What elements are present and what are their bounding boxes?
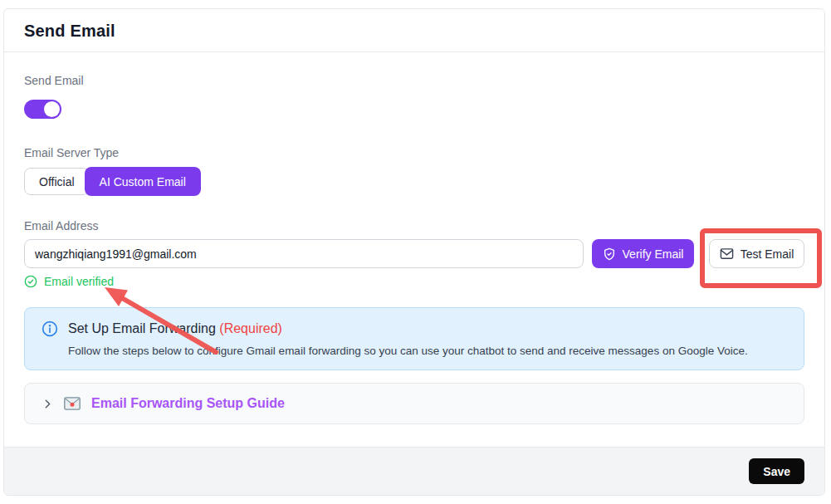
email-forwarding-setup-guide-toggle[interactable]: Email Forwarding Setup Guide (24, 383, 804, 424)
panel-footer: Save (4, 447, 824, 495)
email-forwarding-info-banner: Set Up Email Forwarding (Required) Follo… (24, 307, 804, 370)
send-email-toggle[interactable] (24, 100, 61, 119)
info-banner-description: Follow the steps below to configure Gmai… (68, 345, 787, 357)
email-row: Verify Email Test Email (24, 239, 804, 268)
shield-check-icon (603, 247, 616, 261)
panel-body: Send Email Email Server Type Official AI… (4, 52, 824, 447)
email-address-label: Email Address (24, 219, 804, 232)
server-type-option-ai-custom-email[interactable]: AI Custom Email (85, 167, 201, 196)
email-emoji-icon (64, 397, 81, 410)
send-email-panel: Send Email Send Email Email Server Type … (3, 8, 825, 496)
verify-email-button[interactable]: Verify Email (592, 239, 694, 268)
server-type-option-official[interactable]: Official (24, 168, 90, 195)
toggle-knob (44, 101, 60, 117)
info-banner-title: Set Up Email Forwarding (Required) (68, 321, 282, 336)
check-circle-icon (24, 275, 37, 288)
verify-email-label: Verify Email (623, 247, 684, 261)
email-verified-status: Email verified (24, 275, 804, 288)
info-circle-icon (42, 321, 58, 337)
server-type-segmented-control: Official AI Custom Email (24, 167, 201, 196)
page-title: Send Email (24, 22, 804, 41)
envelope-icon (720, 247, 734, 260)
server-type-label: Email Server Type (24, 146, 804, 159)
setup-guide-title: Email Forwarding Setup Guide (91, 396, 285, 411)
required-tag: (Required) (219, 321, 282, 335)
chevron-right-icon (42, 399, 53, 409)
test-email-button[interactable]: Test Email (709, 239, 804, 268)
email-verified-text: Email verified (44, 275, 114, 288)
test-email-label: Test Email (741, 247, 794, 261)
panel-header: Send Email (4, 9, 824, 52)
send-email-toggle-label: Send Email (24, 74, 804, 87)
save-button[interactable]: Save (749, 458, 804, 484)
email-address-input[interactable] (24, 239, 584, 268)
